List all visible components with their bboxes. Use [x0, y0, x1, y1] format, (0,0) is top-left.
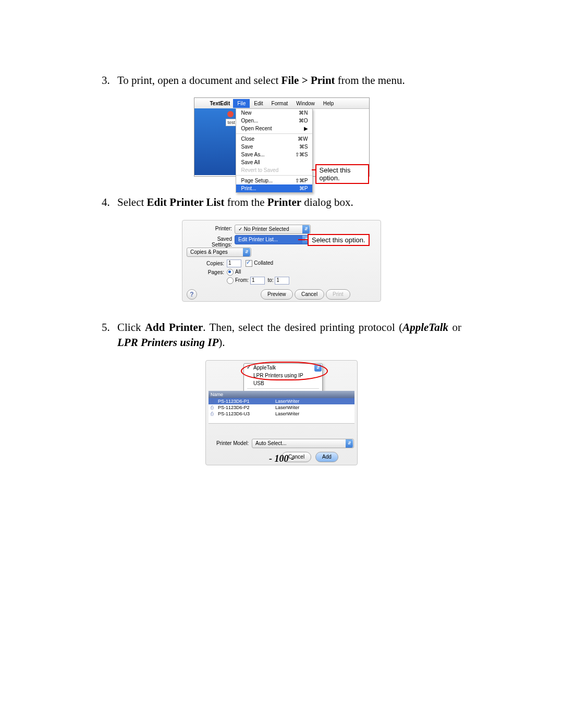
collated-checkbox[interactable] — [246, 260, 252, 267]
menu-item-save-as[interactable]: Save As...⇧⌘S — [236, 151, 312, 158]
list-item[interactable]: ⎙ PS-1123D6-P1 LaserWriter — [209, 398, 354, 404]
dropdown-arrow-icon: ⇵ — [346, 439, 353, 448]
cancel-button[interactable]: Cancel — [295, 289, 324, 300]
label-all: All — [235, 269, 241, 275]
menu-item-open[interactable]: Open...⌘O — [236, 117, 312, 125]
step-3-number: 3. — [102, 73, 117, 88]
copies-input[interactable]: 1 — [227, 260, 241, 267]
step-3-bold: File > Print — [282, 74, 335, 87]
protocol-appletalk[interactable]: AppleTalk — [244, 364, 322, 372]
step-4-text: Select Edit Printer List from the Printe… — [117, 195, 461, 210]
printer-model-value: Auto Select... — [255, 440, 286, 446]
callout-select-option-1: Select this option. — [315, 164, 369, 184]
figure-add-printer: ⇵ AppleTalk LPR Printers using IP USB Di… — [205, 360, 358, 465]
menu-item-revert: Revert to Saved — [236, 166, 312, 174]
print-button: Print — [326, 289, 350, 300]
menu-file[interactable]: File — [233, 99, 250, 108]
pages-all-row: All — [227, 269, 241, 276]
menu-item-open-recent[interactable]: Open Recent▶ — [236, 125, 312, 132]
preview-button[interactable]: Preview — [261, 289, 293, 300]
figure-3-wrap: ⇵ AppleTalk LPR Printers using IP USB Di… — [102, 360, 461, 465]
printer-combo[interactable]: ✓ No Printer Selected ⇵ — [235, 225, 311, 234]
menu-help[interactable]: Help — [319, 99, 338, 108]
help-button[interactable]: ? — [187, 289, 197, 300]
label-collated: Collated — [254, 260, 273, 266]
step-3-pre: To print, open a document and select — [117, 74, 282, 87]
file-dropdown-menu: New⌘N Open...⌘O Open Recent▶ Close⌘W Sav… — [236, 108, 313, 193]
dropdown-arrow-icon: ⇵ — [243, 248, 250, 256]
t: Add Printer — [145, 321, 203, 334]
to-input[interactable]: 1 — [275, 277, 289, 285]
t: from the — [225, 196, 267, 208]
step-3: 3. To print, open a document and select … — [102, 73, 461, 88]
figure-file-menu: TextEdit File Edit Format Window Help te… — [194, 97, 370, 177]
app-name[interactable]: TextEdit — [207, 101, 234, 106]
printer-type: LaserWriter — [275, 411, 299, 416]
label-saved-settings: Saved Settings: — [195, 236, 232, 248]
mac-menubar: TextEdit File Edit Format Window Help — [194, 98, 369, 109]
protocol-usb[interactable]: USB — [244, 379, 322, 387]
page-number: - 100 - — [0, 453, 563, 464]
printer-type: LaserWriter — [275, 399, 299, 404]
step-3-text: To print, open a document and select Fil… — [117, 73, 461, 88]
t: Select — [117, 196, 147, 208]
list-item[interactable]: ⎙ PS-1123D6-P2 LaserWriter — [209, 404, 354, 411]
menu-item-new[interactable]: New⌘N — [236, 109, 312, 117]
col-name: Name — [211, 392, 276, 397]
printer-icon: ⎙ — [211, 411, 218, 416]
section-combo-value: Copies & Pages — [190, 249, 228, 255]
figure-1-wrap: TextEdit File Edit Format Window Help te… — [102, 97, 461, 177]
printer-name: PS-1123D6-P2 — [218, 405, 275, 410]
document-page: 3. To print, open a document and select … — [0, 0, 563, 728]
label-to: to: — [267, 277, 273, 283]
menu-item-save-all[interactable]: Save All — [236, 158, 312, 166]
menu-edit[interactable]: Edit — [250, 99, 267, 108]
saved-settings-value: Edit Printer List... — [238, 237, 278, 242]
menu-item-print[interactable]: Print...⌘P — [236, 184, 312, 192]
copies-row: 1 Collated — [227, 260, 273, 267]
printer-model-combo[interactable]: Auto Select... ⇵ — [252, 439, 354, 448]
from-input[interactable]: 1 — [250, 277, 265, 285]
printer-name: PS-1123D6-P1 — [218, 399, 275, 404]
printer-combo-value: ✓ No Printer Selected — [238, 226, 289, 232]
printer-icon: ⎙ — [211, 399, 218, 404]
menu-item-close[interactable]: Close⌘W — [236, 135, 312, 143]
printer-icon: ⎙ — [211, 405, 218, 410]
menu-window[interactable]: Window — [292, 99, 319, 108]
label-printer: Printer: — [203, 226, 232, 231]
protocol-lpr[interactable]: LPR Printers using IP — [244, 372, 322, 379]
t: ). — [218, 336, 225, 349]
step-5-text: Click Add Printer. Then, select the desi… — [117, 320, 461, 351]
printer-list: ⎙ PS-1123D6-P1 LaserWriter ⎙ PS-1123D6-P… — [209, 398, 354, 424]
t: LPR Printers using IP — [117, 336, 218, 349]
section-combo[interactable]: Copies & Pages ⇵ — [187, 248, 251, 257]
step-3-post: from the menu. — [335, 74, 405, 87]
callout-connector-2 — [298, 239, 308, 240]
label-copies: Copies: — [201, 261, 224, 266]
t: . Then, select the desired printing prot… — [203, 321, 402, 334]
dropdown-arrow-icon: ⇵ — [302, 225, 310, 233]
menu-item-save[interactable]: Save⌘S — [236, 143, 312, 151]
pages-all-radio[interactable] — [227, 269, 234, 276]
step-5-number: 5. — [102, 320, 117, 351]
list-item[interactable]: ⎙ PS-1123D6-U3 LaserWriter — [209, 411, 354, 417]
window-close-icon[interactable] — [227, 111, 234, 117]
figure-print-dialog: Printer: ✓ No Printer Selected ⇵ Saved S… — [182, 220, 381, 302]
label-from: From: — [235, 277, 249, 283]
label-printer-model: Printer Model: — [216, 440, 249, 446]
pages-range-radio[interactable] — [227, 277, 234, 284]
t: AppleTalk — [402, 321, 448, 334]
menu-format[interactable]: Format — [267, 99, 292, 108]
printer-type: LaserWriter — [275, 405, 299, 410]
label-pages: Pages: — [201, 269, 224, 275]
t: dialog box. — [301, 196, 353, 208]
figure-2-wrap: Printer: ✓ No Printer Selected ⇵ Saved S… — [102, 220, 461, 302]
printer-list-header: Name — [209, 391, 354, 398]
callout-select-option-2: Select this option. — [308, 234, 370, 246]
menu-item-page-setup[interactable]: Page Setup...⇧⌘P — [236, 177, 312, 184]
step-5: 5. Click Add Printer. Then, select the d… — [102, 320, 461, 351]
t: Edit Printer List — [147, 196, 225, 208]
step-4: 4. Select Edit Printer List from the Pri… — [102, 195, 461, 210]
t: or — [448, 321, 461, 334]
t: Click — [117, 321, 145, 334]
